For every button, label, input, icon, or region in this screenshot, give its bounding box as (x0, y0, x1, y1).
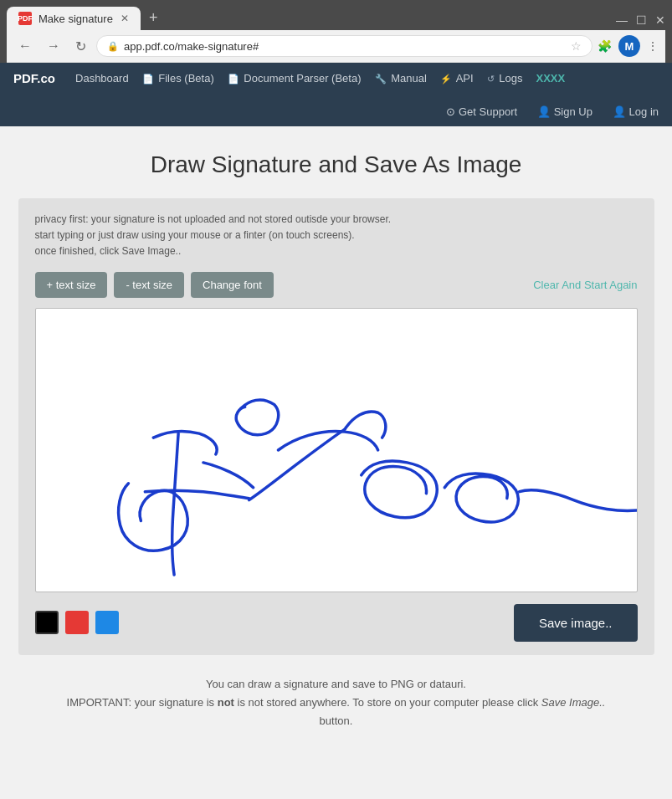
color-picker (35, 611, 119, 634)
nav-login-label: Log in (629, 105, 659, 118)
nav-files-label: Files (Beta) (158, 72, 213, 85)
nav-manual[interactable]: 🔧 Manual (370, 64, 432, 93)
signature-info: privacy first: your signature is not upl… (35, 212, 638, 260)
extensions-icon[interactable]: 🧩 (598, 39, 612, 53)
address-text: app.pdf.co/make-signature# (124, 40, 566, 53)
signature-canvas[interactable] (35, 308, 638, 592)
login-icon: 👤 (613, 105, 626, 118)
minimize-button[interactable]: — (616, 13, 628, 27)
footer-save-link: Save Image.. (541, 696, 606, 709)
files-icon: 📄 (142, 74, 154, 84)
increase-text-button[interactable]: + text size (35, 272, 108, 298)
nav-logs[interactable]: ↺ Logs (482, 64, 528, 93)
browser-tab[interactable]: PDF Make signature ✕ (7, 7, 141, 30)
browser-tab-bar: PDF Make signature ✕ + — ☐ ✕ (7, 7, 665, 30)
app-nav: PDF.co Dashboard 📄 Files (Beta) 📄 Docume… (0, 63, 672, 126)
footer-line2: IMPORTANT: your signature is not is not … (18, 694, 654, 712)
doc-parser-icon: 📄 (228, 74, 239, 84)
nav-logo[interactable]: PDF.co (8, 63, 60, 94)
lock-icon: 🔒 (107, 41, 119, 52)
toolbar-left: + text size - text size Change font (35, 272, 274, 298)
nav-doc-parser[interactable]: 📄 Document Parser (Beta) (223, 64, 367, 93)
nav-dashboard[interactable]: Dashboard (70, 64, 134, 93)
info-line3: once finished, click Save Image.. (35, 243, 638, 259)
nav-xxxx[interactable]: XXXX (531, 64, 570, 93)
signature-toolbar: + text size - text size Change font Clea… (35, 272, 638, 298)
nav-signup-label: Sign Up (554, 105, 592, 118)
color-red[interactable] (65, 611, 89, 634)
nav-files[interactable]: 📄 Files (Beta) (137, 64, 219, 93)
nav-login[interactable]: 👤 Log in (608, 97, 664, 126)
footer-line3: button. (18, 712, 654, 730)
user-avatar[interactable]: M (618, 35, 640, 57)
browser-menu-icon[interactable]: ⋮ (647, 39, 659, 53)
signature-container: privacy first: your signature is not upl… (18, 198, 654, 655)
tab-title: Make signature (38, 13, 113, 25)
footer-important-pre: IMPORTANT: your signature is (67, 696, 218, 709)
back-button[interactable]: ← (13, 37, 37, 55)
api-icon: ⚡ (440, 74, 452, 84)
info-line2: start typing or just draw using your mou… (35, 228, 638, 243)
signature-svg (36, 309, 637, 592)
browser-chrome: PDF Make signature ✕ + — ☐ ✕ ← → ↻ 🔒 app… (0, 0, 672, 63)
browser-toolbar-right: 🧩 M ⋮ (598, 35, 659, 57)
footer-text: You can draw a signature and save to PNG… (18, 675, 654, 730)
page-content: Draw Signature and Save As Image privacy… (0, 126, 672, 755)
signup-icon: 👤 (537, 105, 551, 118)
nav-logs-label: Logs (499, 72, 522, 85)
forward-button[interactable]: → (42, 37, 65, 55)
nav-right: ⊙ Get Support 👤 Sign Up 👤 Log in (441, 97, 664, 126)
footer-important-post: is not stored anywhere. To store on your… (234, 696, 541, 709)
color-blue[interactable] (95, 611, 119, 634)
footer-not: not (218, 696, 234, 709)
browser-toolbar: ← → ↻ 🔒 app.pdf.co/make-signature# ☆ 🧩 M… (7, 30, 665, 63)
maximize-button[interactable]: ☐ (636, 13, 647, 27)
nav-manual-label: Manual (391, 72, 427, 85)
decrease-text-button[interactable]: - text size (114, 272, 184, 298)
page-title: Draw Signature and Save As Image (17, 151, 655, 178)
new-tab-button[interactable]: + (141, 9, 167, 27)
tab-favicon: PDF (18, 12, 32, 25)
nav-support-label: Get Support (459, 105, 517, 118)
window-controls: — ☐ ✕ (616, 13, 665, 30)
nav-doc-parser-label: Document Parser (Beta) (244, 72, 361, 85)
close-window-button[interactable]: ✕ (655, 13, 665, 27)
bookmark-icon[interactable]: ☆ (571, 39, 582, 53)
nav-signup[interactable]: 👤 Sign Up (532, 97, 598, 126)
manual-icon: 🔧 (375, 74, 387, 84)
clear-button[interactable]: Clear And Start Again (533, 279, 637, 291)
signature-bottom: Save image.. (35, 604, 638, 642)
address-bar[interactable]: 🔒 app.pdf.co/make-signature# ☆ (96, 35, 592, 57)
info-line1: privacy first: your signature is not upl… (35, 212, 638, 228)
logs-icon: ↺ (487, 74, 495, 84)
footer-line1: You can draw a signature and save to PNG… (18, 675, 654, 694)
nav-api-label: API (456, 72, 474, 85)
tab-close-button[interactable]: ✕ (121, 13, 129, 24)
save-image-button[interactable]: Save image.. (514, 604, 638, 642)
nav-api[interactable]: ⚡ API (435, 64, 479, 93)
refresh-button[interactable]: ↻ (70, 37, 91, 56)
color-black[interactable] (35, 611, 59, 634)
support-icon: ⊙ (446, 105, 455, 118)
nav-get-support[interactable]: ⊙ Get Support (441, 97, 522, 126)
change-font-button[interactable]: Change font (191, 272, 274, 298)
